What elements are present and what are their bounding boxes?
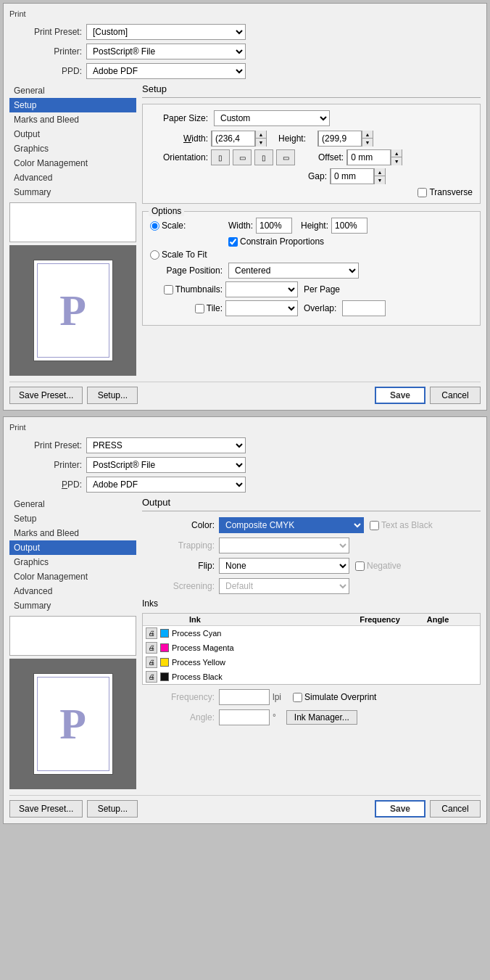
d2-sidebar-item-colormgmt[interactable]: Color Management	[9, 569, 136, 584]
paper-size-select[interactable]: Custom	[214, 110, 330, 126]
d2-ppd-select[interactable]: Adobe PDF	[86, 477, 246, 493]
print-dialog-1: Print Print Preset: [Custom] Printer: Po…	[3, 3, 487, 411]
trapping-label: Trapping:	[142, 540, 215, 551]
offset-down[interactable]: ▼	[391, 157, 402, 165]
tile-select[interactable]	[225, 300, 298, 316]
d2-setup-button[interactable]: Setup...	[87, 800, 138, 818]
d2-save-button[interactable]: Save	[375, 800, 425, 818]
sidebar-item-summary[interactable]: Summary	[9, 185, 136, 199]
ppd-select[interactable]: Adobe PDF	[86, 63, 246, 79]
thumbnails-checkbox[interactable]	[164, 285, 173, 295]
print-dialog-2: Print Print Preset: PRESS Printer: PostS…	[3, 416, 487, 824]
cancel-button[interactable]: Cancel	[430, 387, 481, 404]
sidebar-item-advanced[interactable]: Advanced	[9, 170, 136, 185]
d2-printer-row: Printer: PostScript® File	[9, 457, 481, 473]
height-input[interactable]	[318, 131, 362, 147]
width-up-arrow[interactable]: ▲	[256, 131, 266, 139]
gap-arrows[interactable]: ▲ ▼	[374, 168, 385, 184]
trapping-row: Trapping:	[142, 538, 481, 553]
scale-to-fit-radio[interactable]	[150, 250, 159, 260]
thumbnails-row: Thumbnails: Per Page	[150, 281, 473, 297]
offset-input[interactable]	[347, 149, 391, 165]
orientation-portrait-flip[interactable]: ▯	[254, 149, 273, 165]
ink-row-yellow[interactable]: 🖨 Process Yellow	[143, 655, 480, 670]
d2-sidebar-item-setup[interactable]: Setup	[9, 511, 136, 526]
d2-sidebar-item-summary[interactable]: Summary	[9, 598, 136, 613]
ink-print-icon-yellow[interactable]: 🖨	[146, 656, 157, 668]
d2-sidebar-item-output[interactable]: Output	[9, 540, 136, 555]
height-pct-label: Height:	[301, 221, 328, 231]
ink-row-magenta[interactable]: 🖨 Process Magenta	[143, 641, 480, 655]
save-preset-button[interactable]: Save Preset...	[9, 387, 83, 404]
width-arrows[interactable]: ▲ ▼	[255, 131, 266, 147]
sidebar-item-output[interactable]: Output	[9, 127, 136, 141]
d2-sidebar-item-graphics[interactable]: Graphics	[9, 555, 136, 569]
ink-print-icon-cyan[interactable]: 🖨	[146, 627, 157, 639]
width-pct-input[interactable]	[256, 218, 292, 234]
d2-sidebar-item-marks[interactable]: Marks and Bleed	[9, 526, 136, 540]
sidebar-item-general[interactable]: General	[9, 83, 136, 98]
offset-spinner[interactable]: ▲ ▼	[346, 149, 402, 165]
tile-checkbox[interactable]	[195, 304, 204, 313]
ink-row-cyan[interactable]: 🖨 Process Cyan	[143, 626, 480, 641]
ink-row-black[interactable]: 🖨 Process Black	[143, 670, 480, 684]
ink-print-icon-black[interactable]: 🖨	[146, 671, 157, 683]
inks-table-body: 🖨 Process Cyan 🖨 Process Magenta	[143, 626, 480, 684]
offset-up[interactable]: ▲	[391, 149, 402, 157]
constrain-checkbox[interactable]	[228, 237, 238, 247]
d2-print-preset-select[interactable]: PRESS	[86, 437, 246, 453]
sidebar-item-graphics[interactable]: Graphics	[9, 141, 136, 156]
d2-sidebar-item-general[interactable]: General	[9, 497, 136, 511]
d2-cancel-button[interactable]: Cancel	[430, 800, 481, 818]
width-spinner[interactable]: ▲ ▼	[211, 131, 267, 147]
frequency-input[interactable]	[219, 689, 270, 705]
width-down-arrow[interactable]: ▼	[256, 139, 266, 147]
transverse-label[interactable]: Transverse	[418, 187, 473, 197]
sidebar-item-setup[interactable]: Setup	[9, 98, 136, 112]
d2-sidebar-item-advanced[interactable]: Advanced	[9, 584, 136, 598]
height-arrows[interactable]: ▲ ▼	[362, 131, 373, 147]
color-select[interactable]: Composite CMYK	[219, 517, 364, 533]
overlap-input[interactable]	[342, 300, 386, 316]
height-up-arrow[interactable]: ▲	[362, 131, 373, 139]
height-pct-input[interactable]	[331, 218, 368, 234]
height-down-arrow[interactable]: ▼	[362, 139, 373, 147]
screening-select[interactable]: Default	[219, 578, 349, 594]
d2-save-preset-button[interactable]: Save Preset...	[9, 800, 83, 818]
print-preset-select[interactable]: [Custom]	[86, 24, 246, 40]
page-position-select[interactable]: Centered	[228, 263, 359, 279]
trapping-select[interactable]	[219, 538, 349, 553]
gap-down[interactable]: ▼	[375, 176, 385, 184]
transverse-row: Transverse	[150, 187, 473, 197]
height-spinner[interactable]: ▲ ▼	[317, 131, 373, 147]
ppd-row: PPD: Adobe PDF	[9, 63, 481, 79]
flip-select[interactable]: None	[219, 558, 349, 574]
width-pct-label: Width:	[228, 221, 253, 231]
options-group: Options Scale: Width: Height:	[142, 211, 481, 326]
ink-manager-button[interactable]: Ink Manager...	[286, 710, 357, 725]
gap-spinner[interactable]: ▲ ▼	[330, 168, 386, 184]
gap-up[interactable]: ▲	[375, 168, 385, 176]
orientation-landscape[interactable]: ▭	[233, 149, 252, 165]
sidebar-item-marks[interactable]: Marks and Bleed	[9, 112, 136, 127]
thumbnails-select[interactable]	[225, 281, 298, 297]
orientation-portrait[interactable]: ▯	[211, 149, 230, 165]
transverse-checkbox[interactable]	[418, 188, 427, 197]
scale-radio[interactable]	[150, 221, 159, 231]
save-button[interactable]: Save	[375, 387, 425, 404]
negative-checkbox[interactable]	[355, 561, 365, 571]
text-as-black-checkbox[interactable]	[370, 521, 379, 530]
print-preset-label: Print Preset:	[9, 27, 82, 37]
d2-printer-select[interactable]: PostScript® File	[86, 457, 246, 473]
width-input[interactable]	[212, 131, 255, 147]
orientation-landscape-flip[interactable]: ▭	[276, 149, 295, 165]
angle-input[interactable]	[219, 709, 270, 725]
printer-select[interactable]: PostScript® File	[86, 44, 246, 59]
setup-button[interactable]: Setup...	[87, 387, 138, 404]
inks-table: Ink Frequency Angle 🖨 Process Cyan	[142, 613, 481, 685]
offset-arrows[interactable]: ▲ ▼	[391, 149, 402, 165]
gap-input[interactable]	[331, 168, 374, 184]
sidebar-item-colormgmt[interactable]: Color Management	[9, 156, 136, 170]
ink-print-icon-magenta[interactable]: 🖨	[146, 642, 157, 654]
simulate-overprint-checkbox[interactable]	[293, 693, 302, 702]
